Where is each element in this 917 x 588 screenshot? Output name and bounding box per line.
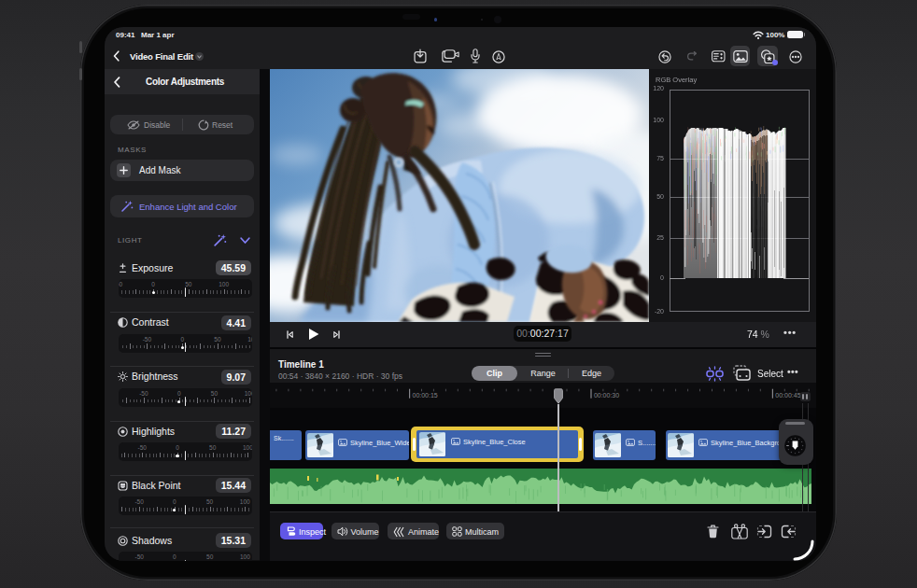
svg-text:00:00:30: 00:00:30 [594,392,619,399]
svg-text:00:00:45: 00:00:45 [775,392,800,399]
svg-text:00:00:15: 00:00:15 [413,392,438,399]
